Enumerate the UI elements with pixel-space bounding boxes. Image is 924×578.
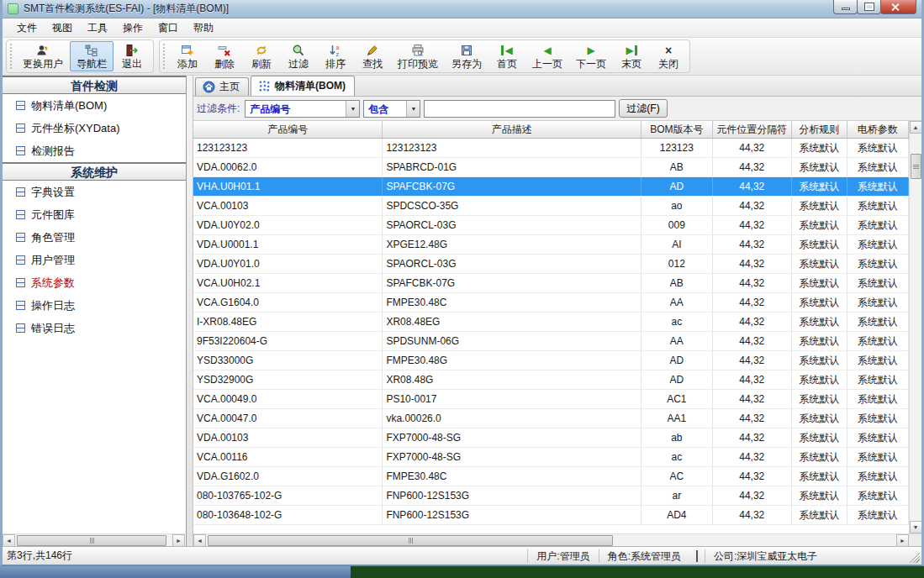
table-row[interactable]: 9F53I220604-GSPDSUNM-06GAA44,32系统默认系统默认 (193, 332, 909, 351)
filter-operator-select[interactable]: 包含 ▼ (363, 100, 420, 118)
tab-home[interactable]: 主页 (195, 77, 249, 96)
delete-button[interactable]: 删除 (206, 41, 243, 71)
scroll-right-arrow[interactable]: ► (896, 534, 909, 547)
table-vertical-scrollbar[interactable]: ▲ ▼ (909, 121, 921, 533)
switch-user-button[interactable]: 更换用户 (16, 41, 70, 71)
last-page-button[interactable]: ▶ 末页 (613, 41, 650, 71)
toolbar-gripper[interactable] (163, 44, 166, 69)
column-header-bridge-params[interactable]: 电桥参数 (847, 121, 909, 138)
menu-file[interactable]: 文件 (9, 18, 45, 38)
scrollbar-corner (909, 533, 921, 546)
table-row[interactable]: VCA.U0H02.1SPAFCBK-07GAB44,32系统默认系统默认 (193, 274, 909, 293)
restore-button[interactable] (857, 0, 881, 14)
chevron-down-icon[interactable]: ▼ (406, 101, 420, 117)
table-row[interactable]: 080-103765-102-GFNP600-12S153Gar44,32系统默… (193, 486, 909, 506)
next-page-button[interactable]: ▶ 下一页 (569, 41, 613, 71)
table-row[interactable]: VDA.00103FXP7000-48-SGab44,32系统默认系统默认 (193, 428, 909, 448)
table-cell: 系统默认 (792, 351, 847, 370)
table-row[interactable]: VCA.00103SPDCSCO-35Gao44,32系统默认系统默认 (193, 197, 909, 216)
sidebar-item-bom[interactable]: 物料清单(BOM) (3, 94, 186, 117)
scroll-down-arrow[interactable]: ▼ (910, 521, 922, 533)
table-cell: 系统默认 (792, 197, 847, 215)
print-preview-button[interactable]: 打印预览 (391, 41, 445, 71)
table-row[interactable]: VCA.00049.0PS10-0017AC144,32系统默认系统默认 (193, 390, 909, 409)
table-row[interactable]: I-XR08.48EGXR08.48EGac44,32系统默认系统默认 (193, 313, 909, 332)
sidebar-splitter[interactable] (187, 76, 193, 546)
find-button[interactable]: 查找 (354, 41, 391, 71)
status-role: 角色:系统管理员 (599, 549, 689, 563)
apply-filter-button[interactable]: 过滤(F) (619, 99, 667, 118)
scroll-right-arrow[interactable]: ► (172, 534, 185, 547)
tab-bom[interactable]: 物料清单(BOM) (251, 76, 355, 96)
toolbar: 更换用户 导航栏 退出 (3, 38, 921, 76)
sidebar-item-user-management[interactable]: 用户管理 (3, 249, 186, 271)
sidebar-item-component-library[interactable]: 元件图库 (3, 203, 186, 226)
scroll-up-arrow[interactable]: ▲ (910, 121, 922, 134)
table-cell: YSD33000G (193, 351, 383, 370)
menu-tools[interactable]: 工具 (80, 18, 115, 38)
table-row[interactable]: VDA.U0001.1XPGE12.48GAI44,32系统默认系统默认 (193, 235, 909, 255)
chevron-down-icon[interactable]: ▼ (346, 101, 359, 117)
table-row[interactable]: VCA.00047.0vka.00026.0AA144,32系统默认系统默认 (193, 409, 909, 428)
save-as-button[interactable]: 另存为 (445, 41, 488, 71)
sidebar-horizontal-scrollbar[interactable]: ◄ ► (3, 533, 185, 546)
sort-button[interactable]: az 排序 (317, 41, 354, 71)
scroll-left-arrow[interactable]: ◄ (193, 534, 206, 547)
column-header-separator[interactable]: 元件位置分隔符 (713, 121, 792, 138)
refresh-button[interactable]: 刷新 (243, 41, 280, 71)
column-header-analysis-rule[interactable]: 分析规则 (792, 121, 847, 138)
table-cell: AB (642, 158, 712, 176)
sidebar-item-system-parameters[interactable]: 系统参数 (3, 271, 186, 294)
toolbar-gripper[interactable] (10, 44, 13, 69)
column-header-product-description[interactable]: 产品描述 (383, 121, 642, 138)
filter-label: 过滤条件: (197, 102, 240, 116)
menu-window[interactable]: 窗口 (150, 18, 186, 38)
close-tab-button[interactable]: × 关闭 (650, 41, 687, 71)
table-horizontal-scrollbar[interactable]: ◄ ► (193, 533, 909, 546)
table-cell: VCA.00103 (193, 197, 383, 215)
scrollbar-thumb[interactable] (911, 154, 921, 179)
table-row[interactable]: VDA.U0Y02.0SPAORCL-03G00944,32系统默认系统默认 (193, 216, 909, 235)
main-panel: 主页 物料清单(BOM) 过滤条件: 产品编号 ▼ (193, 76, 921, 546)
column-header-bom-version[interactable]: BOM版本号 (642, 121, 712, 138)
navbar-toggle-button[interactable]: 导航栏 (70, 41, 114, 71)
table-cell: AB (642, 274, 712, 292)
sidebar-item-role-management[interactable]: 角色管理 (3, 226, 186, 249)
close-window-button[interactable] (880, 0, 916, 14)
table-row[interactable]: VCA.00116FXP7000-48-SGac44,32系统默认系统默认 (193, 448, 909, 467)
table-row[interactable]: YSD33000GFMPE30.48GAD44,32系统默认系统默认 (193, 351, 909, 370)
menu-view[interactable]: 视图 (45, 18, 80, 38)
delete-icon (218, 43, 231, 58)
table-row[interactable]: VDA.G1602.0FMPE30.48CAC44,32系统默认系统默认 (193, 467, 909, 486)
table-cell: 系统默认 (847, 216, 910, 234)
table-row[interactable]: VDA.U0Y01.0SPAORCL-03G01244,32系统默认系统默认 (193, 255, 909, 274)
sidebar-item-report[interactable]: 检测报告 (3, 139, 186, 162)
window-title: SMT首件检测系统(ES-FAI) - [物料清单(BOM)] (24, 2, 229, 16)
scroll-left-arrow[interactable]: ◄ (3, 534, 15, 547)
table-row[interactable]: YSD32900GXR08.48GAD44,32系统默认系统默认 (193, 370, 909, 390)
exit-button[interactable]: 退出 (114, 41, 150, 71)
sidebar-item-error-log[interactable]: 错误日志 (3, 317, 186, 339)
menu-operate[interactable]: 操作 (115, 18, 150, 38)
filter-field-select[interactable]: 产品编号 ▼ (245, 100, 360, 118)
table-row[interactable]: 12312312312312312312312344,32系统默认系统默认 (193, 139, 909, 158)
scrollbar-thumb[interactable] (208, 535, 613, 546)
prev-page-button[interactable]: ◀ 上一页 (525, 41, 569, 71)
table-row[interactable]: 080-103648-102-GFNP600-12S153GAD444,32系统… (193, 506, 909, 525)
sidebar-item-operation-log[interactable]: 操作日志 (3, 294, 186, 317)
resize-grip[interactable] (906, 549, 920, 563)
add-button[interactable]: 添加 (169, 41, 206, 71)
filter-value-input[interactable] (424, 100, 615, 118)
menu-help[interactable]: 帮助 (186, 18, 221, 38)
filter-button[interactable]: 过滤 (280, 41, 317, 71)
sidebar-item-dictionary[interactable]: 字典设置 (3, 181, 186, 203)
minimize-button[interactable] (833, 0, 858, 14)
table-row[interactable]: VCA.G1604.0FMPE30.48CAA44,32系统默认系统默认 (193, 293, 909, 313)
column-header-product-number[interactable]: 产品编号 (193, 121, 383, 138)
toolbar-group-actions: 添加 删除 刷新 过滤 (159, 39, 690, 73)
table-row[interactable]: VDA.00062.0SPABRCD-01GAB44,32系统默认系统默认 (193, 158, 909, 177)
scrollbar-thumb[interactable] (17, 535, 166, 546)
table-row[interactable]: VHA.U0H01.1SPAFCBK-07GAD44,32系统默认系统默认 (193, 177, 909, 197)
first-page-button[interactable]: ◀ 首页 (488, 41, 525, 71)
sidebar-item-xydata[interactable]: 元件坐标(XYData) (3, 117, 186, 139)
